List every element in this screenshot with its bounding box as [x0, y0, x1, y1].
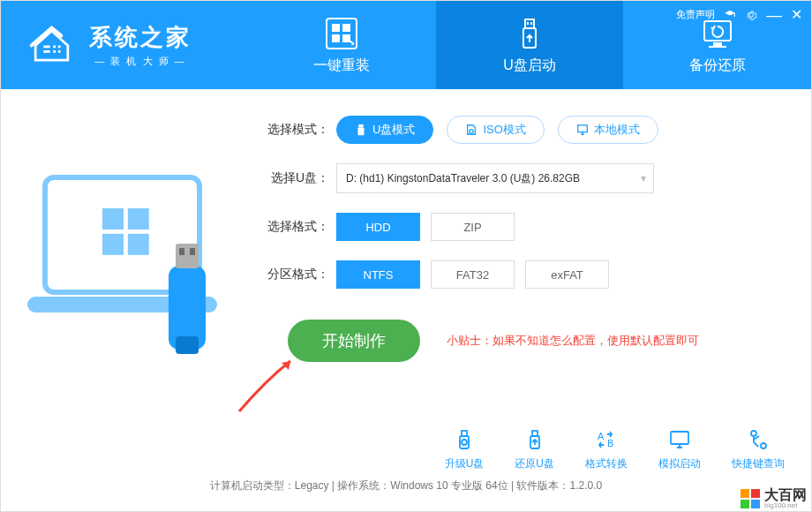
usb-boot-icon	[512, 16, 547, 51]
simulate-icon	[668, 428, 691, 451]
logo: 系统之家 — 装 机 大 师 —	[1, 1, 248, 89]
watermark: 大百网 big100.net	[741, 488, 807, 509]
svg-rect-26	[179, 248, 184, 255]
monitor-icon	[576, 124, 589, 136]
minimize-button[interactable]: —	[766, 11, 782, 19]
tool-simulate[interactable]: 模拟启动	[658, 428, 701, 471]
header: 免责声明 — ✕ 系统之家 — 装 机 大 师 — 一键重装	[1, 1, 811, 89]
svg-rect-0	[43, 45, 49, 48]
svg-rect-1	[43, 50, 49, 53]
svg-rect-17	[709, 46, 726, 48]
logo-title: 系统之家	[89, 22, 192, 53]
mode-row: 选择模式： U盘模式 ISO模式 本地模式	[261, 116, 780, 144]
format-row: 选择格式： HDD ZIP	[261, 213, 780, 241]
svg-rect-23	[128, 234, 149, 255]
logo-icon	[27, 21, 76, 70]
action-row: 开始制作 小贴士：如果不知道怎么配置，使用默认配置即可	[261, 320, 780, 362]
svg-rect-4	[53, 50, 56, 53]
partition-exfat-button[interactable]: exFAT	[525, 260, 609, 289]
svg-rect-2	[53, 45, 56, 48]
convert-icon: AB	[595, 428, 618, 451]
svg-rect-8	[342, 24, 350, 32]
hotkey-icon	[747, 428, 770, 451]
app-window: 免责声明 — ✕ 系统之家 — 装 机 大 师 — 一键重装	[0, 0, 812, 512]
iso-icon	[465, 124, 477, 136]
partition-fat32-button[interactable]: FAT32	[431, 260, 515, 289]
drive-select[interactable]: D: (hd1) KingstonDataTraveler 3.0 (U盘) 2…	[336, 163, 654, 193]
tip-text: 小贴士：如果不知道怎么配置，使用默认配置即可	[447, 333, 699, 349]
restore-usb-icon	[523, 428, 546, 451]
partition-label: 分区格式：	[261, 267, 336, 282]
svg-point-35	[462, 440, 467, 445]
format-zip-button[interactable]: ZIP	[431, 213, 515, 241]
svg-rect-20	[102, 208, 124, 230]
svg-rect-29	[358, 127, 365, 135]
svg-text:A: A	[598, 431, 605, 441]
close-button[interactable]: ✕	[791, 6, 802, 23]
svg-rect-13	[527, 22, 529, 25]
windows-install-icon	[324, 16, 359, 51]
mode-usb-button[interactable]: U盘模式	[336, 116, 433, 144]
tool-hotkey[interactable]: 快捷键查询	[732, 428, 785, 471]
svg-text:B: B	[607, 438, 613, 448]
tool-restore[interactable]: 还原U盘	[515, 428, 554, 471]
partition-ntfs-button[interactable]: NTFS	[336, 260, 420, 289]
content: 选择模式： U盘模式 ISO模式 本地模式 选择U盘： D: (hd1) Kin…	[1, 89, 811, 393]
logo-subtitle: — 装 机 大 师 —	[89, 55, 192, 68]
svg-rect-3	[58, 45, 61, 48]
tab-usb[interactable]: U盘启动	[436, 1, 624, 89]
svg-rect-25	[176, 244, 199, 268]
svg-rect-30	[358, 124, 363, 128]
start-button[interactable]: 开始制作	[288, 320, 420, 362]
svg-rect-21	[128, 208, 149, 230]
tab-reinstall-label: 一键重装	[313, 56, 370, 75]
svg-point-41	[751, 431, 756, 436]
format-label: 选择格式：	[261, 219, 336, 235]
drive-value: D: (hd1) KingstonDataTraveler 3.0 (U盘) 2…	[346, 171, 580, 186]
tab-backup-label: 备份还原	[689, 56, 746, 75]
tab-usb-label: U盘启动	[503, 56, 556, 75]
chevron-down-icon: ▾	[641, 172, 646, 184]
svg-point-31	[470, 130, 473, 133]
tab-reinstall[interactable]: 一键重装	[248, 1, 436, 89]
format-hdd-button[interactable]: HDD	[336, 213, 420, 241]
svg-rect-40	[671, 432, 688, 444]
svg-rect-37	[532, 431, 538, 436]
svg-rect-7	[332, 24, 340, 32]
svg-rect-27	[190, 248, 195, 255]
laptop-usb-illustration	[19, 160, 239, 389]
svg-rect-14	[530, 22, 532, 25]
mode-local-button[interactable]: 本地模式	[558, 116, 658, 144]
svg-rect-28	[176, 336, 199, 354]
mode-iso-button[interactable]: ISO模式	[447, 116, 544, 144]
upgrade-usb-icon	[453, 428, 476, 451]
titlebar: 免责声明 — ✕	[676, 6, 802, 23]
svg-rect-12	[525, 19, 534, 28]
svg-rect-16	[713, 42, 722, 46]
tool-upgrade[interactable]: 升级U盘	[445, 428, 485, 471]
tool-convert[interactable]: AB 格式转换	[585, 428, 628, 471]
gear-icon[interactable]	[745, 9, 757, 21]
drive-row: 选择U盘： D: (hd1) KingstonDataTraveler 3.0 …	[261, 163, 780, 193]
graduation-icon[interactable]	[724, 9, 736, 21]
watermark-logo-icon	[741, 489, 760, 508]
svg-rect-22	[102, 234, 124, 255]
watermark-text: 大百网	[764, 488, 807, 502]
bottom-tools: 升级U盘 还原U盘 AB 格式转换 模拟启动 快捷键查询	[445, 428, 785, 471]
watermark-url: big100.net	[764, 502, 807, 509]
disclaimer-link[interactable]: 免责声明	[676, 8, 715, 21]
svg-point-42	[761, 443, 766, 448]
svg-rect-9	[332, 34, 340, 42]
partition-row: 分区格式： NTFS FAT32 exFAT	[261, 260, 780, 289]
logo-text: 系统之家 — 装 机 大 师 —	[89, 22, 192, 68]
form: 选择模式： U盘模式 ISO模式 本地模式 选择U盘： D: (hd1) Kin…	[261, 116, 780, 393]
usb-icon	[355, 124, 367, 136]
illustration	[19, 116, 239, 393]
svg-rect-5	[58, 50, 61, 53]
statusbar: 计算机启动类型：Legacy | 操作系统：Windows 10 专业版 64位…	[1, 478, 811, 493]
drive-label: 选择U盘：	[261, 170, 336, 186]
mode-label: 选择模式：	[261, 122, 336, 138]
svg-rect-34	[462, 431, 467, 436]
svg-rect-32	[578, 125, 588, 132]
